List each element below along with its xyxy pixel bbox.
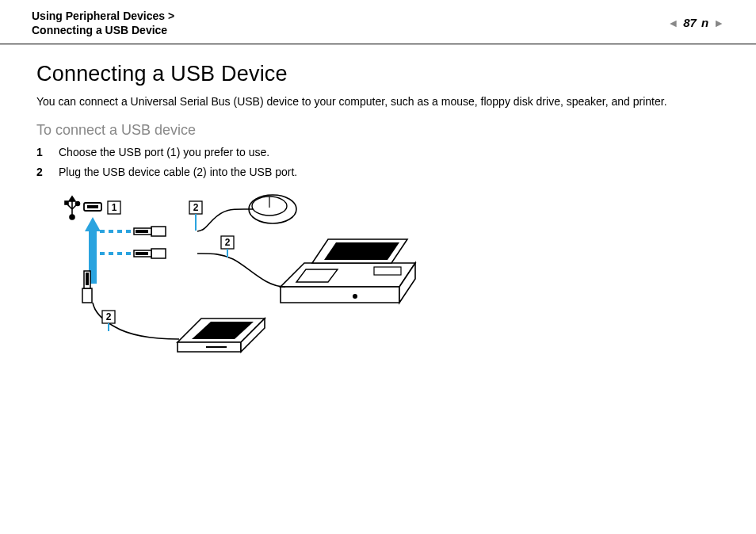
mouse-icon (249, 195, 296, 223)
callout-1: 1 (108, 201, 120, 214)
callout-2b-label: 2 (225, 237, 231, 248)
svg-rect-13 (151, 227, 166, 236)
printer-icon (281, 239, 415, 303)
callout-1-label: 1 (112, 202, 117, 213)
usb-illustration: 1 (59, 192, 720, 374)
svg-rect-25 (151, 249, 166, 258)
breadcrumb-line2: Connecting a USB Device (32, 24, 724, 38)
usb-plug-a-icon (134, 227, 166, 236)
usb-diagram-svg: 1 (59, 192, 431, 374)
svg-marker-4 (69, 196, 75, 201)
floppy-drive-icon (178, 318, 265, 352)
svg-point-3 (76, 202, 80, 206)
section-subhead: To connect a USB device (36, 122, 720, 139)
callout-2c: 2 (102, 311, 115, 323)
breadcrumb-line1: Using Peripheral Devices > (32, 10, 724, 24)
callout-2a: 2 (189, 201, 202, 214)
intro-text: You can connect a Universal Serial Bus (… (36, 94, 720, 109)
usb-plug-c-icon (82, 271, 92, 303)
callout-2c-label: 2 (106, 311, 112, 322)
steps-list: Choose the USB port (1) you prefer to us… (36, 145, 720, 181)
svg-rect-36 (86, 273, 89, 285)
svg-marker-21 (324, 242, 399, 260)
usb-icon (65, 196, 80, 219)
page-number: 87 (683, 16, 697, 29)
callout-2b: 2 (221, 236, 234, 249)
cable-mouse (197, 209, 253, 231)
svg-rect-6 (87, 205, 98, 208)
svg-marker-8 (85, 217, 101, 231)
svg-rect-15 (136, 230, 148, 233)
next-page-button[interactable]: ► (713, 17, 724, 29)
cable-printer (197, 254, 285, 287)
step-item: Choose the USB port (1) you prefer to us… (36, 145, 720, 161)
svg-point-1 (70, 215, 74, 219)
usb-port-icon (84, 203, 101, 211)
step-item: Plug the USB device cable (2) into the U… (36, 165, 720, 181)
svg-rect-34 (82, 288, 92, 303)
prev-page-button[interactable]: ◄ (667, 17, 678, 29)
page-n-label: n (701, 16, 708, 29)
svg-rect-23 (374, 267, 401, 275)
usb-plug-b-icon (134, 249, 166, 258)
svg-point-24 (353, 294, 357, 299)
page-title: Connecting a USB Device (36, 62, 720, 86)
content: Connecting a USB Device You can connect … (0, 44, 756, 374)
breadcrumb: Using Peripheral Devices > Connecting a … (32, 10, 724, 37)
page-nav: ◄ 87 n ► (667, 16, 724, 29)
svg-marker-18 (281, 287, 399, 303)
header: Using Peripheral Devices > Connecting a … (0, 0, 756, 37)
svg-rect-2 (65, 201, 68, 204)
svg-rect-27 (136, 252, 148, 255)
callout-2a-label: 2 (193, 202, 199, 213)
